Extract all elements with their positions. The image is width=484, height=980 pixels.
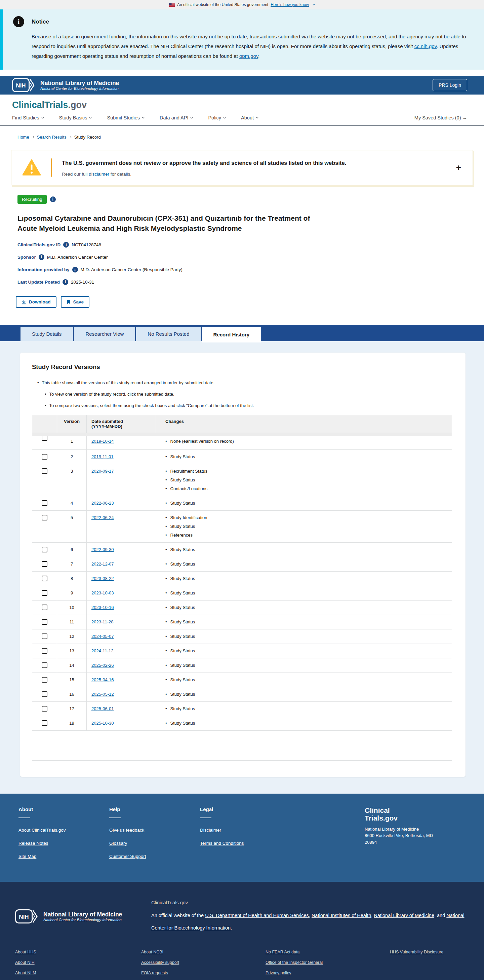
version-checkbox[interactable] — [42, 677, 48, 682]
footer-link-terms-and-conditions[interactable]: Terms and Conditions — [200, 841, 291, 846]
version-checkbox[interactable] — [42, 648, 48, 654]
address-line: National Library of Medicine — [365, 826, 465, 833]
my-saved-studies-link[interactable]: My Saved Studies (0) → — [414, 115, 467, 121]
version-checkbox[interactable] — [42, 436, 48, 441]
gov-footer-link-about-hhs[interactable]: About HHS — [15, 950, 141, 955]
date-submitted-link[interactable]: 2025-06-01 — [91, 706, 114, 711]
info-icon[interactable]: i — [63, 242, 69, 248]
date-submitted-link[interactable]: 2019-11-01 — [91, 454, 114, 459]
version-checkbox[interactable] — [42, 454, 48, 460]
date-submitted-link[interactable]: 2022-12-07 — [91, 562, 114, 566]
breadcrumb-link-search-results[interactable]: Search Results — [37, 135, 67, 140]
date-submitted-link[interactable]: 2019-10-14 — [91, 439, 114, 444]
version-checkbox[interactable] — [42, 515, 48, 520]
nav-item-study-basics[interactable]: Study Basics — [59, 115, 92, 121]
tab-no-results-posted[interactable]: No Results Posted — [136, 327, 201, 341]
date-submitted-link[interactable]: 2023-08-22 — [91, 576, 114, 581]
gov-footer-link-about-nih[interactable]: About NIH — [15, 960, 141, 965]
nav-item-submit-studies[interactable]: Submit Studies — [107, 115, 144, 121]
footer-link-customer-support[interactable]: Customer Support — [109, 854, 200, 859]
nav-item-find-studies[interactable]: Find Studies — [12, 115, 44, 121]
section-heading: Study Record Versions — [32, 363, 452, 371]
version-checkbox[interactable] — [42, 576, 48, 581]
footer-link-give-us-feedback[interactable]: Give us feedback — [109, 827, 200, 833]
expand-alert-button[interactable]: + — [454, 162, 463, 173]
change-item: Recruitment Status — [165, 467, 452, 476]
gov-footer-link-about-nlm[interactable]: About NLM — [15, 970, 141, 975]
hhs-link[interactable]: U.S. Department of Health and Human Serv… — [205, 913, 309, 918]
date-cell: 2025-04-16 — [87, 673, 155, 687]
version-cell: 15 — [57, 673, 87, 687]
tab-record-history[interactable]: Record History — [202, 327, 261, 342]
cc-nih-gov-link[interactable]: cc.nih.gov — [414, 43, 436, 49]
gov-footer-link-hhs-vulnerability-disclosure[interactable]: HHS Vulnerability Disclosure — [390, 950, 469, 955]
table-scroll-strip[interactable] — [32, 433, 452, 436]
version-checkbox[interactable] — [42, 662, 48, 668]
version-checkbox[interactable] — [42, 561, 48, 567]
opm-gov-link[interactable]: opm.gov — [239, 53, 258, 59]
tab-study-details[interactable]: Study Details — [21, 327, 73, 341]
nih-logo[interactable]: NIH — [15, 909, 39, 923]
version-checkbox[interactable] — [42, 605, 48, 610]
version-checkbox[interactable] — [42, 619, 48, 625]
footer-link-site-map[interactable]: Site Map — [19, 854, 109, 859]
how-you-know-link[interactable]: Here’s how you know — [271, 2, 309, 7]
changes-list: None (earliest version on record) — [165, 437, 452, 446]
info-icon[interactable]: i — [72, 267, 78, 272]
download-button[interactable]: Download — [16, 296, 57, 308]
version-checkbox[interactable] — [42, 468, 48, 474]
date-submitted-link[interactable]: 2025-02-26 — [91, 663, 114, 668]
info-icon[interactable]: i — [62, 279, 68, 285]
date-submitted-link[interactable]: 2023-11-28 — [91, 619, 114, 624]
nlm-link[interactable]: National Library of Medicine — [374, 913, 434, 918]
version-checkbox[interactable] — [42, 633, 48, 639]
version-checkbox[interactable] — [42, 500, 48, 506]
info-icon[interactable]: i — [39, 255, 44, 260]
gov-footer-link-privacy-policy[interactable]: Privacy policy — [265, 970, 390, 975]
date-submitted-link[interactable]: 2024-11-12 — [91, 648, 114, 653]
breadcrumb-link-home[interactable]: Home — [17, 135, 29, 140]
date-submitted-link[interactable]: 2025-05-12 — [91, 692, 114, 697]
save-button[interactable]: Save — [61, 296, 90, 308]
date-submitted-link[interactable]: 2023-10-16 — [91, 605, 114, 610]
info-icon[interactable]: i — [50, 196, 56, 202]
date-submitted-link[interactable]: 2023-10-03 — [91, 590, 114, 595]
date-submitted-link[interactable]: 2022-09-30 — [91, 547, 114, 552]
changes-cell: Study Status — [155, 496, 452, 511]
gov-footer-link-foia-requests[interactable]: FOIA requests — [141, 970, 265, 975]
clinicaltrials-logo[interactable]: ClinicalTrials.gov — [12, 100, 467, 110]
recruiting-status-badge: Recruiting — [17, 195, 47, 204]
version-checkbox[interactable] — [42, 720, 48, 726]
nlm-wordmark[interactable]: National Library of Medicine National Ce… — [40, 80, 119, 91]
date-cell: 2025-06-01 — [87, 702, 155, 716]
date-submitted-link[interactable]: 2022-06-24 — [91, 515, 114, 520]
disclaimer-alert: The U.S. government does not review or a… — [11, 150, 473, 185]
date-submitted-link[interactable]: 2025-04-16 — [91, 677, 114, 682]
footer-link-about-clinicaltrials-gov[interactable]: About ClinicalTrials.gov — [19, 827, 109, 833]
date-submitted-link[interactable]: 2025-10-30 — [91, 721, 114, 725]
date-submitted-link[interactable]: 2024-05-07 — [91, 634, 114, 639]
version-checkbox[interactable] — [42, 590, 48, 596]
prs-login-button[interactable]: PRS Login — [433, 79, 467, 91]
footer-link-disclaimer[interactable]: Disclaimer — [200, 827, 291, 833]
nav-item-about[interactable]: About — [241, 115, 258, 121]
date-submitted-link[interactable]: 2022-06-23 — [91, 501, 114, 506]
date-submitted-link[interactable]: 2020-09-17 — [91, 469, 114, 474]
tab-researcher-view[interactable]: Researcher View — [74, 327, 135, 341]
gov-footer-link-about-ncbi[interactable]: About NCBI — [141, 950, 265, 955]
footer-link-glossary[interactable]: Glossary — [109, 841, 200, 846]
nav-item-policy[interactable]: Policy — [208, 115, 225, 121]
version-checkbox[interactable] — [42, 691, 48, 697]
gov-footer-link-office-of-the-inspector-general[interactable]: Office of the Inspector General — [265, 960, 390, 965]
version-checkbox[interactable] — [42, 547, 48, 552]
nih-link[interactable]: National Institutes of Health — [311, 913, 371, 918]
gov-footer-link-accessibility-support[interactable]: Accessibility support — [141, 960, 265, 965]
changes-cell: None (earliest version on record) — [155, 436, 452, 449]
nih-logo[interactable]: NIH — [12, 78, 36, 92]
version-checkbox[interactable] — [42, 706, 48, 711]
nav-item-data-and-api[interactable]: Data and API — [160, 115, 193, 121]
footer-link-release-notes[interactable]: Release Notes — [19, 841, 109, 846]
version-cell: 5 — [57, 511, 87, 542]
gov-footer-link-no-fear-act-data[interactable]: No FEAR Act data — [265, 950, 390, 955]
disclaimer-link[interactable]: disclaimer — [89, 172, 109, 177]
